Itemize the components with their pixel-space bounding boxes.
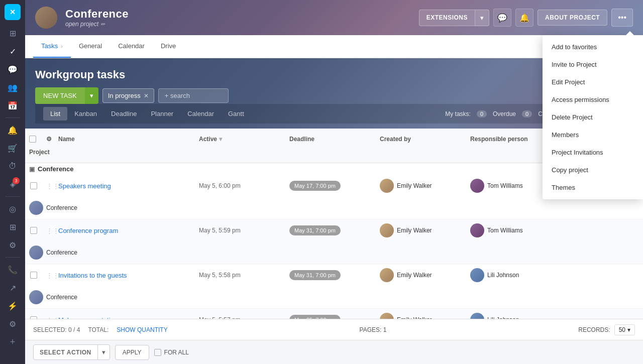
menu-item-add-favorites[interactable]: Add to favorites	[543, 38, 643, 56]
menu-item-delete[interactable]: Delete Project	[543, 108, 643, 126]
menu-item-members[interactable]: Members	[543, 126, 643, 144]
menu-item-access[interactable]: Access permissions	[543, 91, 643, 108]
menu-item-edit[interactable]: Edit Project	[543, 73, 643, 91]
menu-item-invite[interactable]: Invite to Project	[543, 56, 643, 73]
menu-item-themes[interactable]: Themes	[543, 179, 643, 196]
menu-item-invitations[interactable]: Project Invitations	[543, 144, 643, 161]
dropdown-arrow	[626, 31, 634, 35]
dropdown-menu: Add to favorites Invite to Project Edit …	[543, 35, 643, 199]
menu-item-copy[interactable]: Copy project	[543, 161, 643, 179]
